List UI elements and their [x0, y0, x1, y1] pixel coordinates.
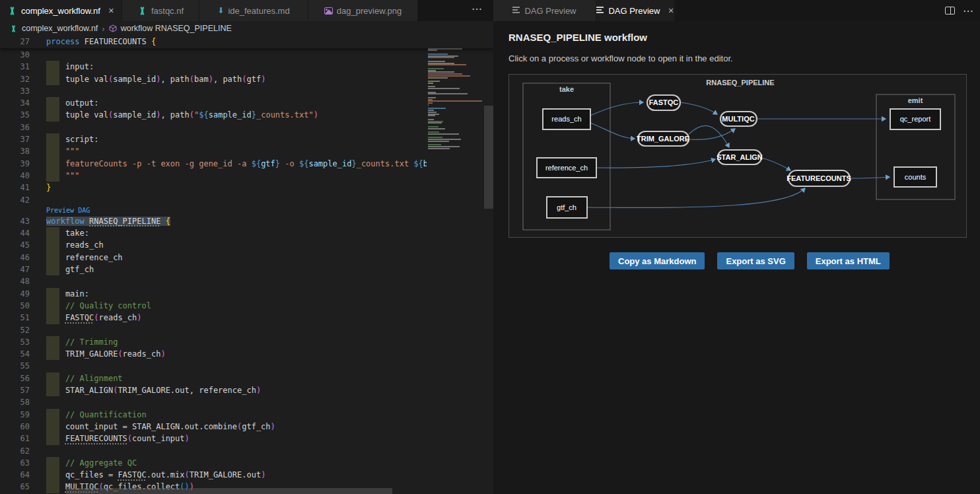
markdown-down-icon: ⬇	[217, 7, 224, 15]
split-editor-icon[interactable]	[945, 7, 955, 15]
copy-as-markdown-button[interactable]: Copy as Markdown	[610, 252, 705, 269]
tab-dag-preview-png[interactable]: dag_preview.png	[308, 0, 418, 21]
code-line[interactable]: 53 // Trimming	[0, 336, 427, 348]
line-number: 40	[0, 170, 30, 182]
line-number: 35	[0, 109, 30, 121]
line-number: 55	[0, 360, 30, 372]
code-line[interactable]: 52	[0, 324, 427, 336]
node-label: STAR_ALIGN	[717, 153, 763, 161]
breadcrumb-file[interactable]: complex_workflow.nf	[22, 24, 98, 33]
code-line[interactable]: 56 // Alignment	[0, 372, 427, 384]
tab-dag-preview-inactive[interactable]: DAG Preview	[493, 0, 596, 21]
code-line[interactable]: 48	[0, 275, 427, 287]
vertical-scrollbar[interactable]	[484, 106, 493, 209]
code-line[interactable]: 55	[0, 360, 427, 372]
line-number: 47	[0, 264, 30, 275]
code-line[interactable]: 39 featureCounts -p -t exon -g gene_id -…	[0, 158, 427, 170]
process-node-multiqc[interactable]: MULTIQC	[720, 112, 757, 126]
code-line[interactable]: 54 TRIM_GALORE(reads_ch)	[0, 348, 427, 360]
export-as-html-button[interactable]: Export as HTML	[807, 252, 890, 269]
code-line[interactable]: 60 count_input = STAR_ALIGN.out.combine(…	[0, 421, 427, 433]
export-as-svg-button[interactable]: Export as SVG	[717, 252, 794, 269]
code-line[interactable]: 49 main:	[0, 288, 427, 300]
code-line[interactable]: 35 tuple val(sample_id), path("${sample_…	[0, 109, 427, 121]
minimap[interactable]	[428, 37, 483, 493]
nextflow-icon	[7, 7, 17, 15]
line-number: 33	[0, 85, 30, 97]
nextflow-icon	[9, 25, 18, 32]
output-node-qc-report[interactable]: qc_report	[890, 109, 940, 129]
code-line[interactable]: 43workflow RNASEQ_PIPELINE {	[0, 215, 427, 227]
line-number: 54	[0, 348, 30, 360]
code-line[interactable]: 63 // Aggregate QC	[0, 457, 427, 469]
close-icon[interactable]: ✕	[668, 7, 674, 15]
line-number: 32	[0, 73, 30, 85]
process-node-trim-galore[interactable]: TRIM_GALORE	[637, 131, 689, 146]
line-number: 48	[0, 275, 30, 287]
tab-ide-features[interactable]: ⬇ ide_features.md	[199, 0, 308, 21]
code-line[interactable]: 32 tuple val(sample_id), path(bam), path…	[0, 73, 427, 85]
code-line[interactable]: 40 """	[0, 170, 427, 182]
line-number: 44	[0, 227, 30, 239]
code-line[interactable]: 33	[0, 85, 427, 97]
code-line[interactable]: 34 output:	[0, 97, 427, 109]
node-label: counts	[905, 173, 927, 181]
code-line[interactable]: 27process FEATURECOUNTS {	[0, 36, 493, 48]
code-line[interactable]: 38 """	[0, 145, 427, 157]
code-line[interactable]: 61 FEATURECOUNTS(count_input)	[0, 433, 427, 444]
code-line[interactable]: 57 STAR_ALIGN(TRIM_GALORE.out, reference…	[0, 384, 427, 396]
sticky-scroll-line[interactable]: 27process FEATURECOUNTS {	[0, 36, 493, 48]
more-actions-icon[interactable]: ⋯	[472, 3, 483, 15]
output-node-counts[interactable]: counts	[894, 167, 936, 187]
horizontal-scrollbar[interactable]	[66, 488, 392, 494]
node-label: FASTQC	[649, 98, 679, 106]
tab-label: dag_preview.png	[337, 6, 402, 16]
channel-node-reference-ch[interactable]: reference_ch	[537, 158, 596, 178]
code-line[interactable]: 51 FASTQC(reads_ch)	[0, 312, 427, 324]
code-line[interactable]: 31 input:	[0, 61, 427, 73]
code-line[interactable]: 58	[0, 396, 427, 408]
code-editor[interactable]: 27process FEATURECOUNTS { 3031 input:32 …	[0, 36, 493, 494]
node-label: gtf_ch	[557, 203, 577, 211]
channel-node-gtf-ch[interactable]: gtf_ch	[547, 197, 587, 218]
line-number: 58	[0, 396, 30, 408]
channel-node-reads-ch[interactable]: reads_ch	[543, 109, 590, 129]
code-line[interactable]: 45 reads_ch	[0, 239, 427, 251]
code-line[interactable]: 30	[0, 49, 427, 61]
line-number: 27	[0, 36, 30, 48]
line-number: 49	[0, 288, 30, 300]
codelens-preview-dag[interactable]: Preview DAG	[0, 206, 427, 215]
code-line[interactable]: 44 take:	[0, 227, 427, 239]
tab-label: DAG Preview	[524, 6, 576, 16]
line-number: 39	[0, 158, 30, 170]
code-line[interactable]: 42	[0, 194, 427, 206]
preview-icon	[596, 7, 604, 15]
code-line[interactable]: 37 script:	[0, 133, 427, 145]
tab-complex-workflow[interactable]: complex_workflow.nf ✕	[0, 0, 122, 21]
code-line[interactable]: 41}	[0, 182, 427, 194]
tab-fastqc[interactable]: fastqc.nf	[122, 0, 199, 21]
code-line[interactable]: 59 // Quantification	[0, 409, 427, 421]
line-number: 52	[0, 324, 30, 336]
line-number: 31	[0, 61, 30, 73]
code-line[interactable]: 64 qc_files = FASTQC.out.mix(TRIM_GALORE…	[0, 469, 427, 481]
more-actions-icon[interactable]: ⋯	[963, 5, 973, 17]
line-number: 62	[0, 445, 30, 457]
process-node-fastqc[interactable]: FASTQC	[647, 95, 680, 110]
line-number: 51	[0, 312, 30, 324]
process-node-featurecounts[interactable]: FEATURECOUNTS	[787, 170, 851, 186]
code-line[interactable]: 46 reference_ch	[0, 252, 427, 264]
image-icon	[324, 7, 333, 15]
breadcrumb-symbol[interactable]: workflow RNASEQ_PIPELINE	[121, 24, 232, 33]
code-line[interactable]: 36	[0, 122, 427, 133]
tab-dag-preview-active[interactable]: DAG Preview ✕	[596, 0, 675, 21]
close-icon[interactable]: ✕	[108, 7, 114, 15]
tab-label: DAG Preview	[608, 6, 660, 16]
dag-preview-group: DAG Preview DAG Preview ✕ ⋯ RNASEQ_PIPEL…	[493, 0, 980, 494]
code-line[interactable]: 47 gtf_ch	[0, 264, 427, 275]
process-node-star-align[interactable]: STAR_ALIGN	[717, 150, 763, 164]
nextflow-icon	[137, 7, 147, 15]
code-line[interactable]: 62	[0, 445, 427, 457]
line-number: 65	[0, 481, 30, 493]
code-line[interactable]: 50 // Quality control	[0, 300, 427, 312]
